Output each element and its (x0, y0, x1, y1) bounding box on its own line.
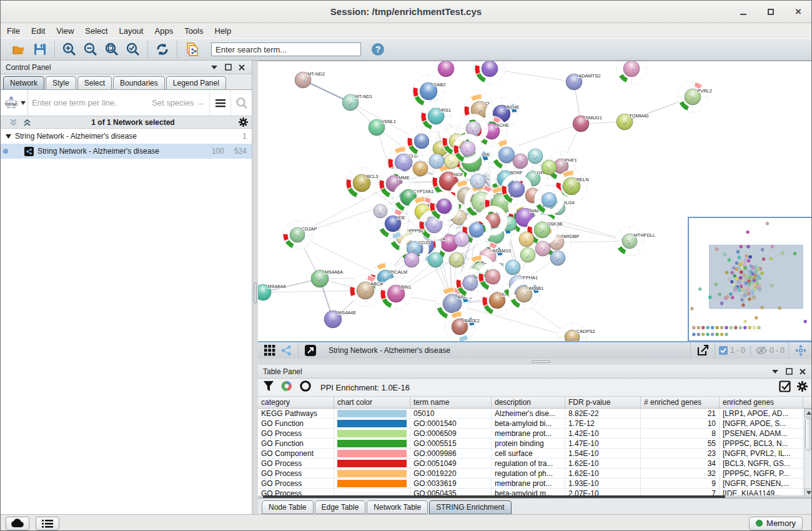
network-node[interactable] (449, 252, 464, 267)
close-button[interactable]: × (793, 6, 804, 17)
zoom-selected-icon[interactable] (125, 41, 141, 57)
tab-network[interactable]: Network (3, 76, 44, 89)
search-input[interactable] (211, 42, 361, 56)
tab-select[interactable]: Select (77, 76, 112, 89)
network-node[interactable] (428, 252, 443, 267)
share-view-icon[interactable] (278, 343, 294, 358)
close-panel-icon[interactable] (237, 62, 247, 72)
vertical-scrollbar[interactable] (804, 409, 812, 495)
network-node[interactable] (542, 160, 557, 175)
birds-eye-view[interactable] (688, 217, 812, 341)
network-node[interactable] (374, 204, 387, 218)
network-node[interactable]: TOMM40 (616, 113, 648, 130)
column-header[interactable]: enriched genes (720, 397, 803, 408)
table-row[interactable]: GO ProcessGO:0050435beta-amyloid m...2.0… (258, 489, 812, 495)
column-header[interactable]: FDR p-value (565, 397, 641, 408)
network-node[interactable] (535, 186, 564, 215)
column-header[interactable]: # enriched genes (641, 397, 720, 408)
network-node[interactable] (520, 247, 535, 262)
network-node[interactable]: SMUG1 (573, 115, 602, 132)
string-options-icon[interactable] (209, 90, 230, 116)
save-session-icon[interactable] (32, 41, 48, 57)
network-node[interactable]: MT-ND1 (342, 94, 372, 111)
column-header[interactable]: term name (410, 397, 492, 408)
network-node[interactable] (478, 262, 508, 292)
table-tab-edge-table[interactable]: Edge Table (315, 500, 366, 514)
grid-view-icon[interactable] (262, 343, 278, 358)
pie-chart-icon[interactable] (280, 380, 293, 395)
menu-tools[interactable]: Tools (184, 26, 203, 36)
table-row[interactable]: GO ProcessGO:0006509membrane prot...1.42… (258, 429, 812, 439)
network-node[interactable] (528, 149, 543, 164)
network-node[interactable]: BACE2 (445, 312, 480, 342)
detach-view-icon[interactable] (302, 343, 319, 358)
zoom-out-icon[interactable] (82, 41, 99, 57)
menu-select[interactable]: Select (85, 26, 107, 36)
column-header[interactable]: chart color (334, 397, 410, 408)
float-panel-icon[interactable] (223, 62, 233, 72)
network-node[interactable]: ADAMTS2 (566, 73, 601, 90)
string-query-input[interactable] (28, 98, 152, 107)
open-session-icon[interactable] (11, 41, 27, 57)
tab-style[interactable]: Style (46, 76, 76, 89)
column-header[interactable]: description (492, 397, 565, 408)
menu-apps[interactable]: Apps (155, 26, 174, 36)
menu-layout[interactable]: Layout (119, 26, 143, 36)
menu-help[interactable]: Help (215, 26, 232, 36)
network-node[interactable] (535, 241, 550, 256)
float-panel-icon[interactable] (784, 367, 794, 377)
network-node[interactable] (519, 232, 534, 247)
network-node[interactable] (430, 192, 459, 221)
select-rows-icon[interactable] (779, 380, 791, 395)
network-node[interactable] (429, 154, 444, 169)
panel-menu-icon[interactable] (209, 62, 219, 72)
export-view-icon[interactable] (695, 343, 711, 358)
network-node[interactable]: CD2AP (283, 221, 317, 250)
network-node[interactable] (413, 161, 428, 176)
network-node[interactable]: MS4A4E (324, 310, 356, 328)
network-collection-row[interactable]: String Network - Alzheimer's disease 1 (1, 129, 252, 144)
network-node[interactable] (505, 260, 520, 275)
menu-edit[interactable]: Edit (31, 26, 45, 36)
table-row[interactable]: GO ProcessGO:0019220regulation of ph...1… (258, 469, 812, 479)
task-list-button[interactable] (36, 517, 59, 530)
network-node[interactable]: PVRL2 (678, 82, 712, 112)
menu-file[interactable]: File (7, 26, 20, 36)
panel-menu-icon[interactable] (770, 367, 780, 377)
memory-button[interactable]: Memory (749, 517, 803, 530)
table-row[interactable]: GO FunctionGO:0001540beta-amyloid bi...1… (258, 419, 812, 429)
table-row[interactable]: GO FunctionGO:0005515protein binding1.47… (258, 439, 812, 449)
network-node[interactable] (550, 251, 565, 266)
menu-view[interactable]: View (56, 26, 74, 36)
column-header[interactable]: category (258, 397, 334, 408)
network-node[interactable] (513, 154, 528, 169)
zoom-in-icon[interactable] (61, 41, 77, 57)
network-node[interactable]: APBB1 (509, 279, 544, 310)
maximize-button[interactable] (765, 6, 776, 17)
network-canvas[interactable]: MT-ND2MT-ND1VSNL1GAB2IRS1CHATBCHEACHEADA… (258, 61, 812, 341)
network-node[interactable] (453, 134, 483, 164)
string-search-icon[interactable] (230, 90, 252, 116)
table-tab-string-enrichment[interactable]: STRING Enrichment (429, 500, 511, 514)
help-icon[interactable]: ? (370, 41, 386, 57)
collapse-all-icon[interactable] (8, 117, 18, 127)
network-node[interactable] (470, 174, 485, 189)
string-logo-dropdown[interactable]: STRING (1, 90, 28, 116)
network-from-selection-icon[interactable] (184, 41, 200, 57)
network-node[interactable]: BIN1 (380, 278, 412, 310)
gear-icon[interactable] (797, 381, 808, 394)
close-panel-icon[interactable] (798, 367, 808, 377)
gear-icon[interactable] (238, 117, 248, 127)
expand-all-icon[interactable] (22, 117, 32, 127)
network-node[interactable] (454, 232, 469, 247)
minimize-button[interactable] (738, 6, 749, 17)
birdseye-toggle-icon[interactable] (793, 343, 809, 358)
table-tab-network-table[interactable]: Network Table (367, 500, 428, 514)
tree-expanded-icon[interactable] (6, 134, 11, 139)
title-bar[interactable]: Session: /tmp/enrichmentTest.cys × (1, 1, 811, 23)
table-row[interactable]: GO ProcessGO:0033619membrane prot...1.93… (258, 479, 812, 489)
network-node[interactable] (407, 127, 437, 156)
network-node[interactable] (404, 252, 419, 267)
zoom-fit-icon[interactable] (104, 41, 120, 57)
network-node[interactable]: MT-ND2 (295, 71, 325, 88)
